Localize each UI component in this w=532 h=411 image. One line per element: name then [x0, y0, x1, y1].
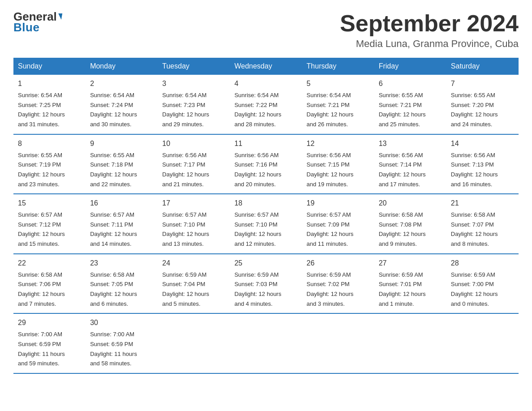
week-row-5: 29 Sunrise: 7:00 AMSunset: 6:59 PMDaylig…	[13, 313, 519, 373]
day-number: 17	[162, 198, 225, 209]
day-info: Sunrise: 6:59 AMSunset: 7:04 PMDaylight:…	[162, 271, 209, 307]
day-info: Sunrise: 6:56 AMSunset: 7:13 PMDaylight:…	[451, 152, 498, 188]
week-row-1: 1 Sunrise: 6:54 AMSunset: 7:25 PMDayligh…	[13, 75, 519, 134]
header-day-thursday: Thursday	[302, 58, 374, 75]
calendar-cell: 14 Sunrise: 6:56 AMSunset: 7:13 PMDaylig…	[446, 134, 519, 194]
day-info: Sunrise: 6:58 AMSunset: 7:08 PMDaylight:…	[379, 211, 426, 247]
day-number: 8	[18, 138, 81, 150]
calendar-cell: 4 Sunrise: 6:54 AMSunset: 7:22 PMDayligh…	[230, 75, 302, 134]
logo-blue: Blue	[13, 21, 39, 34]
day-info: Sunrise: 6:54 AMSunset: 7:22 PMDaylight:…	[234, 92, 281, 128]
day-number: 14	[451, 138, 514, 150]
day-number: 28	[451, 258, 514, 269]
calendar-cell: 18 Sunrise: 6:57 AMSunset: 7:10 PMDaylig…	[230, 194, 302, 254]
calendar-cell: 17 Sunrise: 6:57 AMSunset: 7:10 PMDaylig…	[158, 194, 230, 254]
day-info: Sunrise: 6:56 AMSunset: 7:14 PMDaylight:…	[379, 152, 426, 188]
day-number: 27	[379, 258, 442, 269]
calendar-cell: 5 Sunrise: 6:54 AMSunset: 7:21 PMDayligh…	[302, 75, 374, 134]
day-number: 22	[18, 258, 81, 269]
header-day-monday: Monday	[86, 58, 158, 75]
day-info: Sunrise: 6:57 AMSunset: 7:10 PMDaylight:…	[162, 211, 209, 247]
calendar-cell: 26 Sunrise: 6:59 AMSunset: 7:02 PMDaylig…	[302, 254, 374, 314]
calendar-cell: 1 Sunrise: 6:54 AMSunset: 7:25 PMDayligh…	[13, 75, 86, 134]
day-number: 3	[162, 78, 225, 90]
calendar-cell: 20 Sunrise: 6:58 AMSunset: 7:08 PMDaylig…	[374, 194, 446, 254]
day-number: 25	[234, 258, 297, 269]
day-number: 30	[90, 317, 153, 329]
day-number: 12	[307, 138, 370, 150]
calendar-cell: 28 Sunrise: 6:59 AMSunset: 7:00 PMDaylig…	[446, 254, 519, 314]
day-info: Sunrise: 6:54 AMSunset: 7:25 PMDaylight:…	[18, 92, 65, 128]
calendar-cell	[302, 313, 374, 373]
day-info: Sunrise: 6:58 AMSunset: 7:06 PMDaylight:…	[18, 271, 65, 307]
header-day-sunday: Sunday	[13, 58, 86, 75]
day-number: 18	[234, 198, 297, 209]
day-info: Sunrise: 6:57 AMSunset: 7:09 PMDaylight:…	[307, 211, 354, 247]
day-info: Sunrise: 6:56 AMSunset: 7:17 PMDaylight:…	[162, 152, 209, 188]
day-number: 11	[234, 138, 297, 150]
calendar-cell: 24 Sunrise: 6:59 AMSunset: 7:04 PMDaylig…	[158, 254, 230, 314]
calendar-cell: 27 Sunrise: 6:59 AMSunset: 7:01 PMDaylig…	[374, 254, 446, 314]
day-number: 5	[307, 78, 370, 90]
day-number: 15	[18, 198, 81, 209]
calendar-cell: 16 Sunrise: 6:57 AMSunset: 7:11 PMDaylig…	[86, 194, 158, 254]
day-info: Sunrise: 6:55 AMSunset: 7:19 PMDaylight:…	[18, 152, 65, 188]
day-info: Sunrise: 7:00 AMSunset: 6:59 PMDaylight:…	[18, 331, 65, 367]
day-info: Sunrise: 6:54 AMSunset: 7:21 PMDaylight:…	[307, 92, 354, 128]
day-number: 16	[90, 198, 153, 209]
day-info: Sunrise: 6:54 AMSunset: 7:23 PMDaylight:…	[162, 92, 209, 128]
day-info: Sunrise: 6:59 AMSunset: 7:01 PMDaylight:…	[379, 271, 426, 307]
day-number: 6	[379, 78, 442, 90]
day-info: Sunrise: 6:55 AMSunset: 7:21 PMDaylight:…	[379, 92, 426, 128]
calendar-cell: 9 Sunrise: 6:55 AMSunset: 7:18 PMDayligh…	[86, 134, 158, 194]
day-number: 20	[379, 198, 442, 209]
header-row: SundayMondayTuesdayWednesdayThursdayFrid…	[13, 58, 519, 75]
logo: General Blue	[13, 11, 62, 34]
day-number: 1	[18, 78, 81, 90]
calendar-cell: 11 Sunrise: 6:56 AMSunset: 7:16 PMDaylig…	[230, 134, 302, 194]
header-day-saturday: Saturday	[446, 58, 519, 75]
day-info: Sunrise: 6:59 AMSunset: 7:00 PMDaylight:…	[451, 271, 498, 307]
calendar-cell	[230, 313, 302, 373]
calendar-cell: 29 Sunrise: 7:00 AMSunset: 6:59 PMDaylig…	[13, 313, 86, 373]
calendar-cell: 13 Sunrise: 6:56 AMSunset: 7:14 PMDaylig…	[374, 134, 446, 194]
day-number: 23	[90, 258, 153, 269]
calendar-cell: 25 Sunrise: 6:59 AMSunset: 7:03 PMDaylig…	[230, 254, 302, 314]
calendar-cell: 15 Sunrise: 6:57 AMSunset: 7:12 PMDaylig…	[13, 194, 86, 254]
day-info: Sunrise: 6:56 AMSunset: 7:16 PMDaylight:…	[234, 152, 281, 188]
day-info: Sunrise: 6:57 AMSunset: 7:10 PMDaylight:…	[234, 211, 281, 247]
day-number: 9	[90, 138, 153, 150]
day-info: Sunrise: 6:58 AMSunset: 7:05 PMDaylight:…	[90, 271, 137, 307]
calendar-cell: 8 Sunrise: 6:55 AMSunset: 7:19 PMDayligh…	[13, 134, 86, 194]
calendar-cell: 7 Sunrise: 6:55 AMSunset: 7:20 PMDayligh…	[446, 75, 519, 134]
calendar-cell: 12 Sunrise: 6:56 AMSunset: 7:15 PMDaylig…	[302, 134, 374, 194]
calendar-cell	[158, 313, 230, 373]
calendar-body: 1 Sunrise: 6:54 AMSunset: 7:25 PMDayligh…	[13, 75, 519, 373]
page-header: General Blue September 2024 Media Luna, …	[13, 11, 519, 50]
week-row-3: 15 Sunrise: 6:57 AMSunset: 7:12 PMDaylig…	[13, 194, 519, 254]
calendar-cell: 23 Sunrise: 6:58 AMSunset: 7:05 PMDaylig…	[86, 254, 158, 314]
location-subtitle: Media Luna, Granma Province, Cuba	[340, 38, 519, 50]
calendar-cell: 30 Sunrise: 7:00 AMSunset: 6:59 PMDaylig…	[86, 313, 158, 373]
day-number: 10	[162, 138, 225, 150]
day-number: 4	[234, 78, 297, 90]
day-info: Sunrise: 6:56 AMSunset: 7:15 PMDaylight:…	[307, 152, 354, 188]
day-info: Sunrise: 6:58 AMSunset: 7:07 PMDaylight:…	[451, 211, 498, 247]
week-row-4: 22 Sunrise: 6:58 AMSunset: 7:06 PMDaylig…	[13, 254, 519, 314]
day-number: 21	[451, 198, 514, 209]
day-number: 24	[162, 258, 225, 269]
calendar-header: SundayMondayTuesdayWednesdayThursdayFrid…	[13, 58, 519, 75]
calendar-cell: 21 Sunrise: 6:58 AMSunset: 7:07 PMDaylig…	[446, 194, 519, 254]
day-info: Sunrise: 6:55 AMSunset: 7:18 PMDaylight:…	[90, 152, 137, 188]
calendar-cell: 3 Sunrise: 6:54 AMSunset: 7:23 PMDayligh…	[158, 75, 230, 134]
calendar-table: SundayMondayTuesdayWednesdayThursdayFrid…	[13, 58, 519, 374]
calendar-cell: 2 Sunrise: 6:54 AMSunset: 7:24 PMDayligh…	[86, 75, 158, 134]
day-number: 2	[90, 78, 153, 90]
day-info: Sunrise: 7:00 AMSunset: 6:59 PMDaylight:…	[90, 331, 137, 367]
title-section: September 2024 Media Luna, Granma Provin…	[340, 11, 519, 50]
day-info: Sunrise: 6:57 AMSunset: 7:12 PMDaylight:…	[18, 211, 65, 247]
day-info: Sunrise: 6:59 AMSunset: 7:03 PMDaylight:…	[234, 271, 281, 307]
calendar-cell	[374, 313, 446, 373]
header-day-tuesday: Tuesday	[158, 58, 230, 75]
header-day-wednesday: Wednesday	[230, 58, 302, 75]
